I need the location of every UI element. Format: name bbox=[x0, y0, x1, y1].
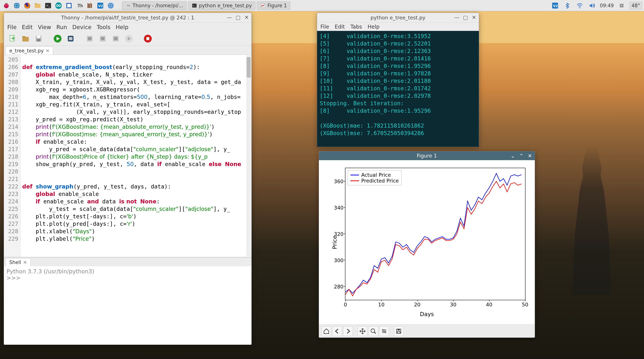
svg-point-52 bbox=[371, 329, 375, 332]
term-menu-file[interactable]: File bbox=[320, 24, 329, 30]
taskbar-thonny-button[interactable]: Th Thonny - /home/pi/… bbox=[122, 2, 187, 10]
taskbar-terminal-button[interactable]: >_ python e_tree_test.py bbox=[188, 2, 255, 10]
svg-point-56 bbox=[385, 332, 386, 333]
thonny-window: Thonny - /home/pi/ai/tf_test/e_tree_test… bbox=[4, 13, 252, 345]
maximize-icon[interactable]: ▢ bbox=[463, 15, 468, 20]
stop-icon[interactable] bbox=[142, 34, 153, 44]
term-menu-help[interactable]: Help bbox=[368, 24, 380, 30]
minimize-icon[interactable]: — bbox=[227, 15, 232, 20]
terminal-titlebar[interactable]: python e_tree_test.py — ▢ ✕ bbox=[317, 13, 479, 23]
close-tab-icon[interactable]: ✕ bbox=[46, 48, 50, 54]
minimize-icon[interactable]: — bbox=[454, 15, 460, 20]
step-over-icon[interactable] bbox=[84, 34, 95, 44]
thonny-titlebar[interactable]: Thonny - /home/pi/ai/tf_test/e_tree_test… bbox=[4, 13, 252, 23]
terminal-output[interactable]: [4] validation_0-rmse:3.51952 [5] valida… bbox=[317, 31, 479, 147]
svg-rect-34 bbox=[621, 5, 622, 7]
debug-icon[interactable] bbox=[66, 34, 76, 44]
svg-point-3 bbox=[14, 3, 20, 9]
bookshelf-icon[interactable] bbox=[85, 1, 94, 10]
x-tick: 40 bbox=[486, 302, 492, 307]
minimize-icon[interactable]: ⌄ bbox=[510, 153, 516, 158]
svg-point-32 bbox=[579, 8, 580, 9]
svg-rect-59 bbox=[398, 331, 400, 333]
editor-tab[interactable]: e_tree_test.py ✕ bbox=[6, 47, 53, 55]
vnc-tray-icon[interactable]: V2 bbox=[550, 1, 560, 10]
x-tick: 20 bbox=[414, 302, 420, 307]
wallpaper-silhouette bbox=[568, 146, 616, 295]
step-out-icon[interactable] bbox=[110, 34, 121, 44]
arduino-icon[interactable] bbox=[54, 1, 63, 10]
bluetooth-icon[interactable] bbox=[563, 1, 572, 10]
figure-titlebar[interactable]: Figure 1 ⌄ ⌃ ✕ bbox=[319, 151, 535, 160]
close-icon[interactable]: ✕ bbox=[527, 153, 532, 158]
firefox-icon[interactable] bbox=[23, 1, 32, 10]
shell-tab-label: Shell bbox=[9, 259, 21, 265]
save-icon[interactable] bbox=[394, 326, 404, 336]
menu-run[interactable]: Run bbox=[56, 24, 67, 31]
y-tick: 300 bbox=[330, 257, 344, 263]
wifi-icon[interactable] bbox=[575, 1, 584, 10]
chromium-icon[interactable] bbox=[106, 1, 115, 10]
code-text[interactable]: def extreme_gradient_boost(early_stoppin… bbox=[21, 55, 252, 257]
forward-icon[interactable] bbox=[343, 326, 353, 336]
line-gutter: 205 206 207 208 209 210 211 212 213 214 … bbox=[4, 55, 21, 257]
file-manager-icon[interactable] bbox=[33, 1, 42, 10]
shell-intro: Python 3.7.3 (/usr/bin/python3) bbox=[6, 268, 249, 275]
new-file-icon[interactable]: + bbox=[7, 34, 18, 44]
bluej-icon[interactable] bbox=[64, 1, 74, 10]
close-icon[interactable]: ✕ bbox=[244, 15, 249, 20]
menu-device[interactable]: Device bbox=[72, 24, 92, 31]
menu-edit[interactable]: Edit bbox=[22, 24, 32, 31]
taskbar-figure-button[interactable]: Figure 1 bbox=[257, 2, 290, 10]
menu-view[interactable]: View bbox=[38, 24, 51, 31]
term-menu-edit[interactable]: Edit bbox=[335, 24, 345, 30]
y-tick: 360 bbox=[330, 178, 344, 184]
x-tick: 0 bbox=[344, 302, 347, 307]
thonny-app-icon[interactable]: Th bbox=[75, 1, 84, 10]
svg-rect-8 bbox=[35, 3, 37, 4]
svg-rect-7 bbox=[35, 4, 41, 8]
raspberry-menu-icon[interactable] bbox=[2, 1, 11, 10]
vnc-icon[interactable]: V2 bbox=[96, 1, 105, 10]
maximize-icon[interactable]: ▢ bbox=[236, 15, 241, 20]
subplots-icon[interactable] bbox=[379, 326, 389, 336]
shell-tab[interactable]: Shell ✕ bbox=[6, 258, 30, 266]
terminal-icon[interactable]: >_ bbox=[44, 1, 52, 10]
menu-file[interactable]: File bbox=[7, 24, 16, 31]
editor-area[interactable]: 205 206 207 208 209 210 211 212 213 214 … bbox=[4, 55, 252, 257]
figure-title: Figure 1 bbox=[417, 153, 437, 159]
plot-area[interactable]: Actual Price Predicted Price 28030032034… bbox=[345, 168, 526, 300]
svg-point-55 bbox=[384, 331, 385, 332]
home-icon[interactable] bbox=[322, 326, 331, 336]
volume-icon[interactable] bbox=[588, 1, 596, 10]
step-into-icon[interactable] bbox=[98, 34, 108, 44]
close-icon[interactable]: ✕ bbox=[472, 15, 476, 20]
zoom-icon[interactable] bbox=[368, 326, 378, 336]
svg-point-54 bbox=[382, 329, 384, 330]
term-menu-tabs[interactable]: Tabs bbox=[350, 24, 362, 30]
save-file-icon[interactable] bbox=[33, 34, 44, 44]
web-browser-icon[interactable] bbox=[12, 1, 21, 10]
open-file-icon[interactable] bbox=[20, 34, 31, 44]
resume-icon[interactable] bbox=[124, 34, 134, 44]
pan-icon[interactable] bbox=[358, 326, 368, 336]
shell-body[interactable]: Python 3.7.3 (/usr/bin/python3) >>> bbox=[4, 266, 252, 345]
os-taskbar: >_ Th V2 Th Thonny - /home/pi/… >_ pytho… bbox=[0, 0, 644, 11]
cpu-temp[interactable]: 48° bbox=[630, 2, 642, 9]
clock[interactable]: 09:49 bbox=[600, 3, 614, 9]
shell-pane: Shell ✕ Python 3.7.3 (/usr/bin/python3) … bbox=[4, 257, 252, 345]
cpu-icon[interactable] bbox=[617, 1, 626, 10]
back-icon[interactable] bbox=[332, 326, 342, 336]
editor-scrollbar[interactable] bbox=[246, 55, 251, 257]
terminal-window: python e_tree_test.py — ▢ ✕ File Edit Ta… bbox=[317, 13, 479, 147]
run-icon[interactable] bbox=[52, 34, 63, 44]
svg-point-1 bbox=[5, 4, 6, 6]
close-shell-tab-icon[interactable]: ✕ bbox=[23, 259, 27, 265]
menu-help[interactable]: Help bbox=[116, 24, 128, 31]
maximize-icon[interactable]: ⌃ bbox=[519, 153, 524, 158]
svg-line-53 bbox=[374, 332, 376, 334]
menu-tools[interactable]: Tools bbox=[97, 24, 110, 31]
scrollbar-thumb[interactable] bbox=[246, 57, 251, 78]
svg-point-24 bbox=[110, 5, 112, 7]
svg-text:>_: >_ bbox=[193, 4, 196, 7]
